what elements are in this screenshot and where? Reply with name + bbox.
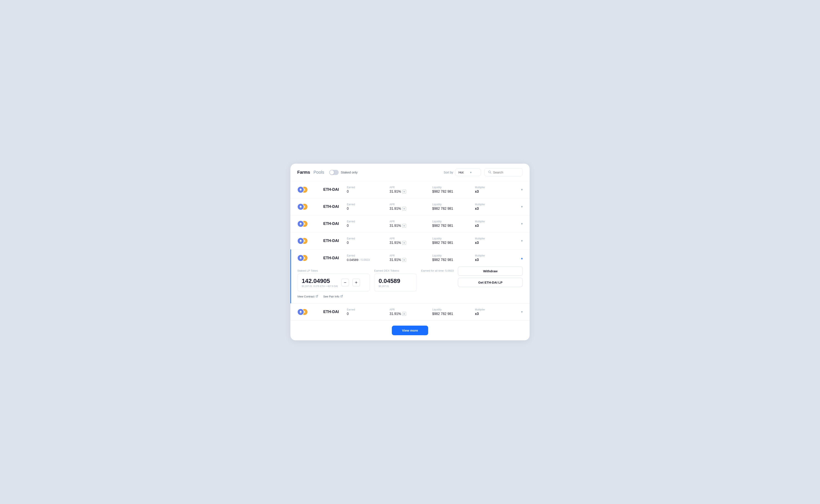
liquidity-block: Liquidity $982 782 981 (432, 237, 475, 245)
earned-dex-box: 0.04589 $0,167.01 (374, 274, 417, 291)
header: Farms Pools Staked only Sort by Hot ▾ (291, 164, 529, 181)
earned-block: Earned 0 (347, 237, 390, 245)
svg-line-1 (490, 173, 491, 173)
apr-block: APR 31.91% ⊞ (390, 186, 432, 194)
earned-dex-label: Earned DEX Tokens (374, 267, 417, 274)
withdraw-button[interactable]: Withdraw (458, 267, 523, 276)
row-expand-icon[interactable]: ▾ (521, 239, 523, 243)
row-expand-icon[interactable]: ▾ (521, 188, 523, 192)
liquidity-block: Liquidity $982 782 981 (432, 186, 475, 194)
staked-box: 142.04905 $3,167.01 0.076 ETH + 467.9 DA… (297, 274, 370, 291)
earned-dex-amount: 0.04589 (379, 278, 412, 284)
pair-name: ETH-DAI (323, 187, 347, 192)
apr-block: APR 31.91% ⊞ (390, 220, 432, 228)
pair-name: ETH-DAI (323, 256, 347, 260)
calc-icon[interactable]: ⊞ (402, 312, 406, 316)
svg-marker-8 (300, 239, 302, 241)
svg-marker-10 (300, 256, 302, 258)
calc-icon[interactable]: ⊞ (402, 190, 406, 194)
staked-amount-wrap: 142.04905 $3,167.01 0.076 ETH + 467.9 DA… (302, 278, 338, 287)
sort-wrap: Sort by Hot ▾ (444, 169, 481, 176)
links-row: View Contract See Pair Info (297, 295, 523, 298)
earned-sub-val: / 5.0923 (360, 258, 370, 261)
staked-detail: $3,167.01 0.076 ETH + 467.9 DAI (302, 285, 338, 287)
farm-row-expanded[interactable]: $ ETH-DAI Earned 0.04589 / 5.0923 APR 31… (291, 249, 529, 267)
pair-name: ETH-DAI (323, 204, 347, 209)
action-col: Withdraw Get ETH-DAI LP (458, 267, 523, 287)
search-input[interactable] (493, 170, 519, 174)
farm-stats: Earned 0 APR 31.91% ⊞ Liquidity $982 782… (347, 186, 518, 194)
sort-option: Hot (458, 170, 463, 174)
view-contract-label: View Contract (297, 295, 315, 298)
multiplier-block: Multiplier x3 (475, 203, 518, 211)
pair-name: ETH-DAI (323, 310, 347, 314)
staked-only-toggle[interactable] (329, 170, 339, 175)
calc-icon[interactable]: ⊞ (402, 241, 406, 245)
see-pair-link[interactable]: See Pair Info (323, 295, 343, 298)
svg-marker-2 (300, 188, 302, 190)
staked-lp-label: Staked LP Tokes (297, 267, 370, 274)
farm-stats: Earned 0 APR 31.91% ⊞ Liquidity $982 782… (347, 308, 518, 316)
eth-icon (297, 237, 304, 244)
calc-icon[interactable]: ⊞ (402, 207, 406, 211)
search-wrap[interactable] (484, 168, 523, 176)
pair-name: ETH-DAI (323, 221, 347, 226)
external-link-icon-2 (340, 295, 343, 298)
svg-marker-6 (300, 222, 302, 224)
get-lp-button[interactable]: Get ETH-DAI LP (458, 278, 523, 287)
earned-block: Earned 0 (347, 308, 390, 316)
eth-icon (297, 255, 304, 261)
increase-button[interactable]: + (352, 279, 360, 286)
apr-block: APR 31.91% ⊞ (390, 254, 432, 262)
row-expand-icon[interactable]: ▾ (521, 205, 523, 209)
apr-block: APR 31.91% ⊞ (390, 237, 432, 245)
earned-block: Earned 0 (347, 203, 390, 211)
pools-tab[interactable]: Pools (314, 170, 324, 175)
decrease-button[interactable]: − (341, 279, 349, 286)
liquidity-block: Liquidity $982 782 981 (432, 220, 475, 228)
multiplier-block: Multiplier x3 (475, 186, 518, 194)
farm-stats: Earned 0 APR 31.91% ⊞ Liquidity $982 782… (347, 203, 518, 211)
calc-icon[interactable]: ⊞ (402, 258, 406, 262)
view-more-button[interactable]: View more (392, 326, 428, 335)
farms-tab[interactable]: Farms (297, 170, 310, 175)
apr-block: APR 31.91% ⊞ (390, 308, 432, 316)
staked-amount: 142.04905 (302, 278, 338, 284)
calc-icon[interactable]: ⊞ (402, 224, 406, 228)
expanded-cols: Staked LP Tokes 142.04905 $3,167.01 0.07… (297, 267, 523, 291)
farm-stats: Earned 0.04589 / 5.0923 APR 31.91% ⊞ Liq… (347, 254, 518, 262)
all-time-label: Earned for all time: 5.0923 (421, 269, 454, 272)
search-icon (488, 170, 491, 174)
staked-only-toggle-wrap: Staked only (329, 170, 358, 175)
multiplier-block: Multiplier x3 (475, 254, 518, 262)
footer: View more (291, 320, 529, 340)
staked-only-label: Staked only (341, 170, 358, 174)
view-contract-link[interactable]: View Contract (297, 295, 318, 298)
earned-block: Earned 0.04589 / 5.0923 (347, 254, 390, 262)
svg-marker-14 (300, 310, 302, 312)
sort-dropdown[interactable]: Hot ▾ (455, 169, 481, 176)
eth-icon (297, 220, 304, 227)
liquidity-block: Liquidity $982 782 981 (432, 203, 475, 211)
farm-row[interactable]: $ ETH-DAI Earned 0 APR 31.91% ⊞ Liquidit… (291, 232, 529, 249)
staked-col: Staked LP Tokes 142.04905 $3,167.01 0.07… (297, 267, 370, 291)
sort-by-label: Sort by (444, 171, 453, 174)
farm-row[interactable]: $ ETH-DAI Earned 0 APR 31.91% ⊞ Liquidit… (291, 181, 529, 198)
eth-icon (297, 203, 304, 210)
svg-line-12 (317, 295, 318, 297)
eth-icon (297, 186, 304, 193)
liquidity-block: Liquidity $982 782 981 (432, 308, 475, 316)
row-collapse-icon[interactable]: ▴ (521, 256, 523, 260)
farm-stats: Earned 0 APR 31.91% ⊞ Liquidity $982 782… (347, 220, 518, 228)
svg-marker-4 (300, 205, 302, 207)
multiplier-block: Multiplier x3 (475, 220, 518, 228)
row-expand-icon[interactable]: ▾ (521, 310, 523, 314)
earned-dex-col: Earned DEX Tokens 0.04589 $0,167.01 (374, 267, 417, 291)
row-expand-icon[interactable]: ▾ (521, 222, 523, 226)
earned-dex-usd: $0,167.01 (379, 285, 412, 287)
svg-line-13 (342, 295, 343, 297)
farm-row[interactable]: $ ETH-DAI Earned 0 APR 31.91% ⊞ Liquidit… (291, 303, 529, 320)
farm-row[interactable]: $ ETH-DAI Earned 0 APR 31.91% ⊞ Liquidit… (291, 215, 529, 232)
farm-row[interactable]: $ ETH-DAI Earned 0 APR 31.91% ⊞ Liquidit… (291, 198, 529, 215)
chevron-down-icon: ▾ (470, 171, 471, 174)
